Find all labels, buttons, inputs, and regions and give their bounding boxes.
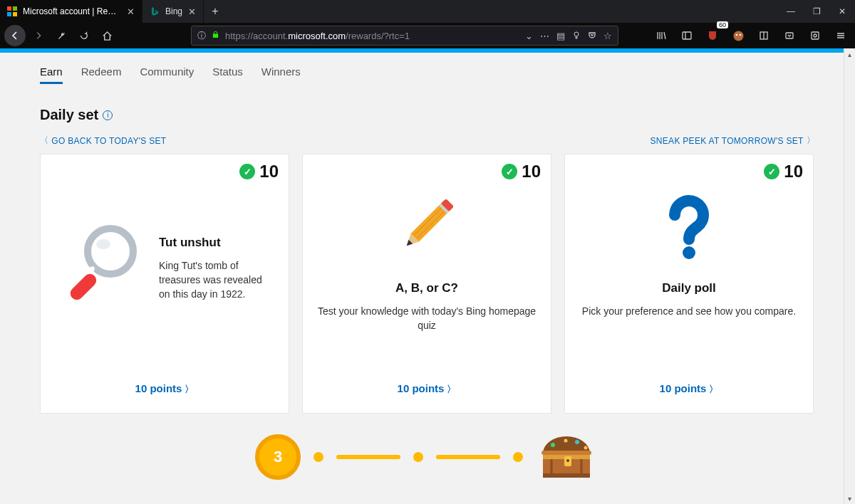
back-button[interactable]	[4, 25, 26, 46]
card-desc: King Tut's tomb of treasures was reveale…	[159, 258, 269, 302]
question-mark-icon	[646, 183, 732, 268]
checkmark-icon: ✓	[239, 164, 255, 179]
svg-rect-33	[543, 473, 590, 478]
tab-strip: Microsoft account | Rewards D... ✕ Bing …	[0, 0, 855, 23]
card-daily-poll[interactable]: ✓ 10 Daily poll Pick your preference and…	[564, 154, 814, 414]
points-earned: ✓ 10	[502, 162, 541, 182]
svg-rect-2	[7, 12, 11, 16]
forward-button[interactable]	[28, 26, 48, 46]
scroll-down-arrow[interactable]: ▾	[844, 493, 855, 504]
sneak-peek-label: SNEAK PEEK AT TOMORROW'S SET	[651, 136, 804, 146]
tab-status[interactable]: Status	[212, 65, 243, 84]
browser-tab-bing[interactable]: Bing ✕	[142, 0, 204, 23]
card-tut-unshut[interactable]: ✓ 10 Tut unshut King Tut's to	[40, 154, 289, 414]
scroll-up-arrow[interactable]: ▴	[844, 48, 855, 60]
points-earned: ✓ 10	[239, 162, 279, 182]
bulb-icon[interactable]	[572, 31, 581, 41]
more-icon[interactable]: ⋯	[540, 31, 549, 41]
vertical-scrollbar[interactable]: ▴ ▾	[844, 48, 855, 504]
toolbar: ⓘ https://account.microsoft.com/rewards/…	[0, 23, 855, 48]
new-tab-button[interactable]: +	[204, 0, 227, 23]
svg-point-13	[88, 229, 133, 274]
badge-count: 60	[717, 21, 728, 28]
svg-point-30	[584, 446, 588, 450]
streak-dot	[513, 452, 523, 462]
tab-winners[interactable]: Winners	[261, 65, 301, 84]
page-content: Earn Redeem Community Status Winners Dai…	[0, 53, 855, 482]
sidebar-icon[interactable]	[677, 26, 697, 46]
home-button[interactable]	[97, 26, 117, 46]
tab-title: Bing	[165, 6, 182, 16]
card-title: Tut unshut	[159, 236, 269, 250]
extensions: 60	[651, 26, 851, 46]
ext2-icon[interactable]	[779, 26, 799, 46]
tab-redeem[interactable]: Redeem	[81, 65, 122, 84]
svg-rect-10	[786, 33, 793, 38]
close-window-button[interactable]: ✕	[829, 0, 855, 23]
go-back-link[interactable]: 〈 GO BACK TO TODAY'S SET	[40, 135, 166, 147]
svg-rect-1	[13, 6, 17, 11]
streak-coin: 3	[255, 434, 301, 480]
card-desc: Test your knowledge with today's Bing ho…	[317, 304, 537, 333]
points-value: 10	[259, 162, 279, 182]
maximize-button[interactable]: ❐	[804, 0, 829, 23]
chevron-down-icon[interactable]: ⌄	[525, 31, 533, 41]
card-cta[interactable]: 10 points〉	[135, 382, 195, 394]
close-tab-icon[interactable]: ✕	[127, 6, 135, 17]
card-quiz[interactable]: ✓ 10	[302, 154, 551, 414]
library-icon[interactable]	[651, 26, 671, 46]
bing-logo-icon	[150, 6, 160, 16]
chevron-right-icon: 〉	[185, 384, 194, 394]
svg-rect-15	[68, 271, 99, 303]
svg-point-23	[683, 246, 695, 259]
streak-dash	[336, 455, 400, 459]
reload-button[interactable]	[74, 26, 94, 46]
tab-earn[interactable]: Earn	[40, 65, 63, 84]
svg-rect-3	[13, 12, 17, 16]
card-title: Daily poll	[662, 281, 716, 295]
window-controls: — ❐ ✕	[778, 0, 855, 23]
bookmark-star-icon[interactable]: ☆	[603, 31, 612, 41]
minimize-button[interactable]: —	[778, 0, 804, 23]
viewport: Earn Redeem Community Status Winners Dai…	[0, 48, 855, 504]
card-cta[interactable]: 10 points〉	[398, 382, 457, 394]
pencil-icon	[384, 183, 470, 268]
svg-rect-32	[542, 451, 591, 455]
daily-set-cards: ✓ 10 Tut unshut King Tut's to	[40, 154, 815, 414]
streak-dash	[436, 455, 500, 459]
chevron-right-icon: 〉	[709, 384, 718, 394]
points-value: 10	[522, 162, 541, 182]
close-tab-icon[interactable]: ✕	[188, 6, 196, 17]
svg-point-4	[574, 32, 579, 36]
svg-point-27	[566, 459, 569, 462]
chevron-left-icon: 〈	[40, 135, 48, 147]
svg-point-7	[735, 33, 737, 36]
site-info-icon[interactable]: ⓘ	[197, 30, 206, 42]
wrench-icon[interactable]	[51, 26, 71, 46]
lock-icon	[212, 31, 219, 41]
sneak-peek-link[interactable]: SNEAK PEEK AT TOMORROW'S SET 〉	[651, 135, 816, 147]
menu-button[interactable]	[831, 26, 851, 46]
chevron-right-icon: 〉	[807, 135, 815, 147]
section-header: Daily set i	[40, 91, 815, 132]
treasure-chest-icon	[536, 432, 600, 482]
streak-dot	[314, 452, 323, 462]
reader-icon[interactable]: ▤	[556, 31, 565, 41]
rewards-nav: Earn Redeem Community Status Winners	[40, 53, 815, 91]
ublock-icon[interactable]: 60	[703, 26, 722, 46]
browser-tab-rewards[interactable]: Microsoft account | Rewards D... ✕	[0, 0, 142, 23]
card-title: A, B, or C?	[395, 281, 458, 295]
ext3-icon[interactable]	[805, 26, 825, 46]
address-bar[interactable]: ⓘ https://account.microsoft.com/rewards/…	[191, 26, 618, 46]
go-back-label: GO BACK TO TODAY'S SET	[51, 136, 166, 146]
card-desc: Pick your preference and see how you com…	[582, 304, 796, 318]
monkey-ext-icon[interactable]	[728, 26, 748, 46]
url-text: https://account.microsoft.com/rewards/?r…	[225, 31, 519, 41]
card-cta[interactable]: 10 points〉	[660, 382, 719, 394]
ext-icon[interactable]	[754, 26, 774, 46]
tab-community[interactable]: Community	[140, 65, 194, 84]
page-title: Daily set	[40, 107, 98, 123]
pocket-icon[interactable]	[588, 31, 596, 41]
info-icon[interactable]: i	[103, 110, 113, 120]
set-navigation: 〈 GO BACK TO TODAY'S SET SNEAK PEEK AT T…	[40, 132, 815, 154]
